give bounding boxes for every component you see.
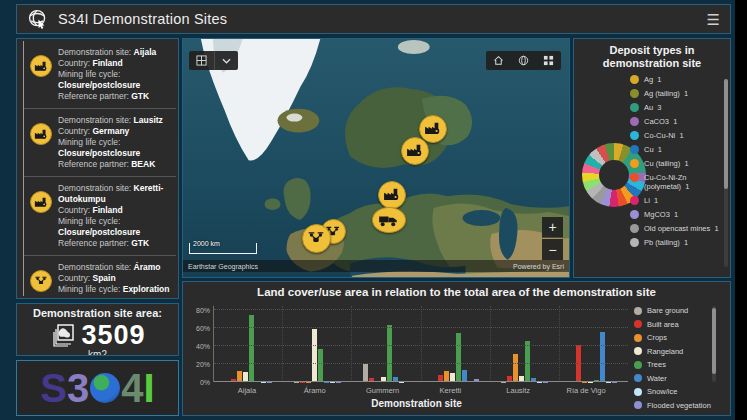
globe-icon[interactable] xyxy=(511,52,536,70)
chart-legend-item[interactable]: Rangeland xyxy=(634,347,716,356)
zoom-in-button[interactable]: + xyxy=(542,217,563,238)
chart-legend-item[interactable]: Built area xyxy=(634,320,716,329)
map-attribution: Earthstar Geographics Powered by Esri xyxy=(183,260,569,272)
map-marker-truck[interactable] xyxy=(372,207,406,233)
category-label: Gummern xyxy=(349,386,417,395)
bar-Bare ground[interactable] xyxy=(363,364,368,382)
bar-group-Aijala xyxy=(214,306,282,382)
bar-plot-area[interactable] xyxy=(213,306,628,382)
chart-legend-item[interactable]: Snow/ice xyxy=(634,387,716,396)
map-scalebar: 2000 km xyxy=(189,243,257,254)
legend-label: Li 1 xyxy=(644,196,658,205)
deposit-legend-item[interactable]: Cu 1 xyxy=(630,145,722,154)
deposit-legend-item[interactable]: Cu-Co-Ni-Zn (polymetal) 1 xyxy=(630,173,722,191)
bar-Trees[interactable] xyxy=(456,333,461,382)
deposit-panel-title: Deposit types in demonstration site xyxy=(574,39,730,72)
home-icon[interactable] xyxy=(486,52,511,70)
legend-label: CaCO3 1 xyxy=(644,117,677,126)
map-toolbar xyxy=(486,51,561,70)
bar-Rangeland[interactable] xyxy=(312,329,317,382)
bar-Trees[interactable] xyxy=(249,315,254,382)
legend-dot xyxy=(634,334,642,342)
legend-label: Cu 1 xyxy=(644,145,662,154)
deposit-legend-item[interactable]: Ag (tailing) 1 xyxy=(630,89,722,98)
legend-dot xyxy=(634,401,642,409)
zoom-out-button[interactable]: − xyxy=(542,239,563,260)
legend-label: Old opencast mines 1 xyxy=(644,224,719,233)
category-label: Aijala xyxy=(213,386,281,395)
logo-letter: I xyxy=(144,368,155,408)
site-area-unit: km2 xyxy=(17,349,178,356)
map-panel[interactable]: + − 2000 km Earthstar Geographics Powere… xyxy=(182,38,570,278)
deposit-legend-item[interactable]: Li 1 xyxy=(630,196,722,205)
deposit-legend-item[interactable]: Old opencast mines 1 xyxy=(630,224,722,233)
map-marker-drone[interactable] xyxy=(302,224,331,253)
deposit-legend-item[interactable]: Cu (tailing) 1 xyxy=(630,159,722,168)
site-card[interactable]: Demonstration site: AijalaCountry: Finla… xyxy=(24,41,176,108)
site-area-title: Demonstration site area: xyxy=(17,304,178,319)
chart-legend-item[interactable]: Water xyxy=(634,374,716,383)
category-label: Lausitz xyxy=(484,386,552,395)
deposit-legend-item[interactable]: Co-Cu-Ni 1 xyxy=(630,131,722,140)
site-card-text: Demonstration site: Keretti-OutokumpuCou… xyxy=(58,183,172,249)
deposit-scrollbar[interactable] xyxy=(724,79,728,267)
deposit-legend-item[interactable]: MgCO3 1 xyxy=(630,210,722,219)
legend-label: Ag (tailing) 1 xyxy=(644,89,688,98)
site-list[interactable]: Demonstration site: AijalaCountry: Finla… xyxy=(23,41,176,296)
map-marker-mine[interactable] xyxy=(378,181,406,209)
legend-dot xyxy=(630,224,639,233)
chevron-down-icon[interactable] xyxy=(215,51,238,70)
chart-legend-item[interactable]: Trees xyxy=(634,360,716,369)
legend-dot xyxy=(634,388,642,396)
legend-dot xyxy=(630,173,639,182)
site-card[interactable]: Demonstration site: LausitzCountry: Germ… xyxy=(24,108,176,176)
deposit-legend-item[interactable]: Pb (tailing) 1 xyxy=(630,238,722,247)
legend-label: Flooded vegetation xyxy=(647,401,711,410)
bar-Trees[interactable] xyxy=(387,325,392,382)
deposit-legend-item[interactable]: CaCO3 1 xyxy=(630,117,722,126)
bar-group-Keretti xyxy=(421,306,490,382)
site-card[interactable]: Demonstration site: Keretti-OutokumpuCou… xyxy=(24,176,176,255)
category-label: Keretti xyxy=(416,386,484,395)
chart-legend-item[interactable]: Crops xyxy=(634,333,716,342)
deposit-legend-item[interactable]: Ag 1 xyxy=(630,75,722,84)
bar-Trees[interactable] xyxy=(525,341,530,382)
mine-marker-icon xyxy=(30,55,52,77)
y-axis-ticks: 0%20%40%60%80% xyxy=(189,306,213,382)
legend-label: Water xyxy=(647,374,667,383)
map-marker-mine[interactable] xyxy=(401,137,429,165)
deposit-legend-item[interactable]: Au 3 xyxy=(630,103,722,112)
chart-legend-item[interactable]: Flooded vegetation xyxy=(634,401,716,410)
bar-Trees[interactable] xyxy=(318,349,323,382)
chart-legend-scrollbar[interactable] xyxy=(712,306,716,382)
layers-map-icon xyxy=(49,323,75,349)
hamburger-menu-icon[interactable]: ☰ xyxy=(707,12,720,27)
legend-dot xyxy=(630,117,639,126)
legend-label: Cu-Co-Ni-Zn (polymetal) 1 xyxy=(644,173,722,191)
bar-Water[interactable] xyxy=(600,332,605,382)
legend-dot xyxy=(630,103,639,112)
legend-dot xyxy=(630,145,639,154)
basemap-imagery[interactable] xyxy=(183,39,569,278)
chart-legend-item[interactable]: Bare ground xyxy=(634,306,716,315)
legend-label: Built area xyxy=(647,320,679,329)
land-cover-chart-panel: Land cover/use area in relation to the t… xyxy=(182,281,731,416)
basemap-selector[interactable] xyxy=(189,51,238,70)
legend-label: Pb (tailing) 1 xyxy=(644,238,688,247)
mine-marker-icon xyxy=(30,123,52,145)
basemap-icon[interactable] xyxy=(189,51,214,70)
bar-Crops[interactable] xyxy=(513,354,518,382)
chart-title: Land cover/use area in relation to the t… xyxy=(183,282,730,298)
legend-dot xyxy=(634,361,642,369)
chart-legend[interactable]: Bare ground Built area Crops Rangeland T… xyxy=(628,306,716,384)
site-card[interactable]: Demonstration site: ÁramoCountry: SpainM… xyxy=(24,255,176,296)
logo-letter: S xyxy=(40,368,67,408)
legend-dot xyxy=(634,374,642,382)
scalebar-label: 2000 km xyxy=(193,240,220,247)
logo-letter: 4 xyxy=(121,368,143,408)
deposit-legend[interactable]: Ag 1 Ag (tailing) 1 Au 3 CaCO3 1 Co-Cu-N… xyxy=(630,75,722,271)
legend-grid-icon[interactable] xyxy=(536,52,561,70)
site-list-panel: Demonstration site: AijalaCountry: Finla… xyxy=(16,38,179,299)
legend-dot xyxy=(630,131,639,140)
legend-dot xyxy=(630,238,639,247)
